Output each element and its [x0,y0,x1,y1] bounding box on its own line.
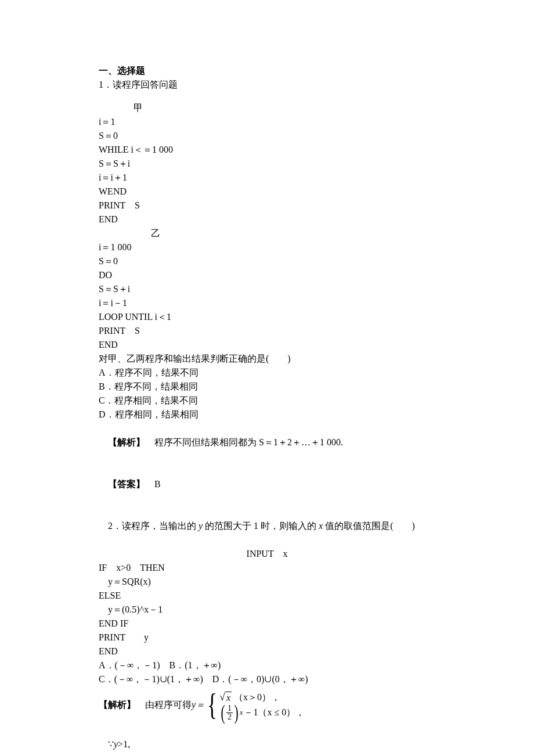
q1-question-tail: 对甲、乙两程序和输出结果判断正确的是( ) [99,352,435,366]
q1-opt-c: C．程序相同，结果不同 [99,394,435,408]
q1-opt-d: D．程序相同，结果相同 [99,408,435,422]
piece-1: √x （x＞0）， [219,690,280,705]
q2-prog-6: END [99,645,435,658]
q2-stem: 2．读程序，当输出的 y 的范围大于 1 时，则输入的 x 值的取值范围是( ) [99,505,435,547]
q2-prog-1: y＝SQR(x) [99,575,435,589]
piecewise: √x （x＞0）， ( 1 2 ) x －1（x ≤ 0）， [218,690,305,720]
q1-proga-7: END [99,213,435,226]
q1-proga-1: S＝0 [99,129,435,143]
piece-2: ( 1 2 ) x －1（x ≤ 0）， [219,705,305,720]
q1-proga-4: i＝i＋1 [99,171,435,185]
y-eq: y＝ [192,698,205,712]
q1-analysis: 【解析】 程序不同但结果相同都为 S＝1＋2＋…＋1 000. [99,422,435,463]
q1-proga-6: PRINT S [99,199,435,213]
q1-opt-b: B．程序不同，结果相同 [99,380,435,394]
q1-stem: 1．读程序回答问题 [99,78,435,92]
answer-text-1: B [145,479,161,489]
q1-opt-a: A．程序不同，结果不同 [99,366,435,380]
q2-prog-5: PRINT y [99,631,435,645]
q2-opt-cd: C．(－∞，－1)∪(1，＋∞) D．(－∞，0)∪(0，＋∞) [99,672,435,686]
q1-progb-3: S＝S＋i [99,282,435,296]
q2-stem-mid2: 值的取值范围是( ) [323,521,415,531]
q1-label-a: 甲 [99,101,435,115]
page-container: 一、选择题 1．读程序回答问题 甲 i＝1 S＝0 WHILE i＜＝1 000… [0,0,534,756]
q2-stem-mid1: 的范围大于 1 时，则输入的 [203,521,319,531]
answer-label: 【答案】 [108,479,145,489]
piece2-tail: －1（x ≤ 0）， [244,707,305,718]
analysis-label-2: 【解析】 [99,698,136,712]
left-brace-icon: { [207,690,217,720]
q1-progb-0: i＝1 000 [99,240,435,254]
q2-prog-3: y＝(0.5)^x－1 [99,603,435,617]
q1-proga-5: WEND [99,185,435,199]
q1-progb-6: PRINT S [99,324,435,338]
q2-prog-2: ELSE [99,589,435,603]
q2-since: ∵y>1, [99,723,435,756]
q2-analysis-line: 【解析】 由程序可得 y＝ { √x （x＞0）， ( 1 2 ) x －1（x… [99,690,435,720]
analysis-label: 【解析】 [108,437,145,447]
q1-progb-5: LOOP UNTIL i＜1 [99,310,435,324]
q1-proga-2: WHILE i＜＝1 000 [99,143,435,157]
section-heading: 一、选择题 [99,64,435,78]
q2-analysis-prefix: 由程序可得 [136,698,192,712]
q1-proga-0: i＝1 [99,115,435,129]
q1-label-b: 乙 [99,226,435,240]
piece1-cond: （x＞0）， [234,692,280,703]
q1-answer: 【答案】 B [99,463,435,505]
analysis-text-1: 程序不同但结果相同都为 S＝1＋2＋…＋1 000. [145,437,343,447]
q1-progb-7: END [99,338,435,352]
q2-stem-prefix: 2．读程序，当输出的 [108,521,199,531]
q1-proga-3: S＝S＋i [99,157,435,171]
q2-opt-ab: A．(－∞，－1) B．(1，＋∞) [99,658,435,672]
q1-progb-4: i＝i－1 [99,296,435,310]
q2-prog-0: IF x>0 THEN [99,561,435,575]
q1-progb-2: DO [99,268,435,282]
q1-progb-1: S＝0 [99,254,435,268]
q2-prog-4: END IF [99,617,435,631]
q2-input-line: INPUT x [99,547,435,561]
